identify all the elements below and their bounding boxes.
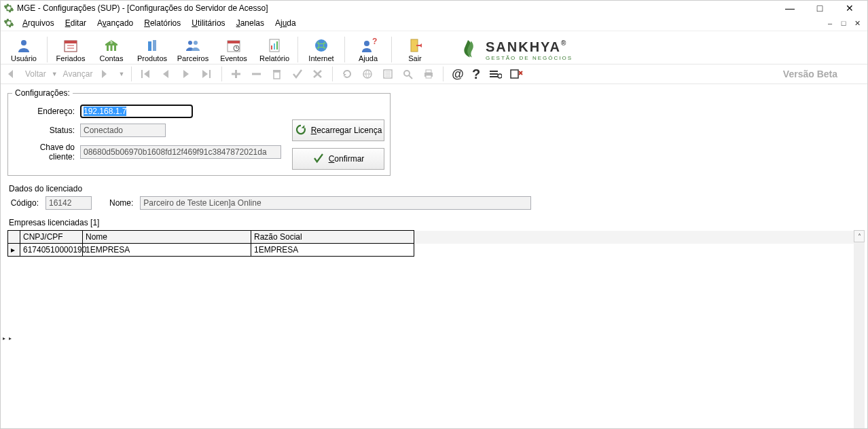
nav-first-icon[interactable] bbox=[137, 69, 155, 79]
nav-toolbar: Voltar ▼ Avançar ▼ @ ? Versão Beta bbox=[1, 64, 867, 84]
main-toolbar: Usuário Feriados $ Contas Produtos Parce… bbox=[1, 31, 867, 64]
nav-voltar-label[interactable]: Voltar bbox=[24, 69, 48, 79]
partners-icon bbox=[183, 37, 202, 54]
nav-form-icon[interactable] bbox=[379, 69, 397, 79]
events-icon bbox=[224, 37, 243, 54]
scroll-up-icon[interactable]: ˄ bbox=[854, 230, 865, 242]
bank-icon: $ bbox=[102, 37, 121, 54]
cell-nome[interactable]: 1EMPRESA bbox=[83, 244, 251, 257]
window-title: MGE - Configurações (SUP) - [Configuraçõ… bbox=[17, 3, 775, 13]
maximize-button[interactable]: □ bbox=[805, 1, 835, 16]
svg-rect-21 bbox=[276, 41, 278, 50]
close-button[interactable]: ✕ bbox=[835, 1, 865, 16]
confirmar-button[interactable]: Confirmar bbox=[292, 148, 384, 170]
menu-utilitarios[interactable]: Utilitários bbox=[186, 16, 230, 31]
nav-next-icon[interactable] bbox=[178, 69, 196, 79]
nav-exit-search-icon[interactable] bbox=[507, 69, 526, 79]
nav-back-arrow-icon[interactable] bbox=[3, 69, 21, 79]
svg-point-11 bbox=[188, 41, 192, 45]
exit-icon bbox=[405, 37, 424, 54]
mdi-close-button[interactable]: ✕ bbox=[851, 18, 863, 29]
tb-ajuda[interactable]: ? Ajuda bbox=[348, 37, 388, 62]
brand-reg: ® bbox=[561, 39, 567, 47]
svg-rect-5 bbox=[107, 45, 109, 51]
mdi-restore-button[interactable]: □ bbox=[837, 18, 850, 29]
endereco-input[interactable] bbox=[80, 105, 193, 118]
tb-parceiros[interactable]: Parceiros bbox=[173, 37, 213, 62]
cell-cnpj[interactable]: 61740510000190 bbox=[20, 244, 83, 257]
tb-produtos[interactable]: Produtos bbox=[132, 37, 173, 62]
tb-contas[interactable]: $ Contas bbox=[91, 37, 132, 62]
menu-ajuda[interactable]: Ajuda bbox=[270, 16, 302, 31]
tb-internet[interactable]: Internet bbox=[301, 37, 342, 62]
nav-prev-icon[interactable] bbox=[158, 69, 175, 79]
svg-rect-43 bbox=[426, 75, 431, 78]
nav-avancar-dropdown-icon[interactable]: ▼ bbox=[117, 71, 126, 77]
col-razao[interactable]: Razão Social bbox=[251, 231, 414, 244]
tb-internet-label: Internet bbox=[308, 54, 333, 62]
svg-rect-2 bbox=[65, 41, 77, 43]
brand-logo-icon bbox=[456, 38, 480, 62]
user-icon bbox=[14, 37, 33, 54]
nav-print-icon[interactable] bbox=[420, 69, 437, 79]
brand-name: SANKHYA bbox=[486, 39, 561, 54]
nav-add-icon[interactable] bbox=[228, 69, 245, 79]
cell-razao[interactable]: 1EMPRESA bbox=[251, 244, 414, 257]
version-beta-label: Versão Beta bbox=[783, 69, 837, 79]
svg-point-47 bbox=[498, 74, 502, 78]
tb-relatorio[interactable]: Relatório bbox=[254, 37, 295, 62]
nav-forward-arrow-icon[interactable] bbox=[96, 69, 114, 79]
nav-at-icon[interactable]: @ bbox=[449, 67, 467, 81]
nav-search-icon[interactable] bbox=[399, 69, 417, 79]
tb-sair[interactable]: Sair bbox=[395, 37, 435, 62]
menu-relatorios[interactable]: Relatórios bbox=[139, 16, 186, 31]
nav-cancel-icon[interactable] bbox=[309, 69, 327, 79]
nav-last-icon[interactable] bbox=[198, 69, 216, 79]
tb-feriados-label: Feriados bbox=[56, 54, 86, 62]
svg-point-0 bbox=[21, 40, 26, 45]
svg-rect-7 bbox=[114, 45, 116, 51]
tb-eventos-label: Eventos bbox=[220, 54, 247, 62]
svg-rect-19 bbox=[271, 45, 272, 50]
tb-usuario[interactable]: Usuário bbox=[3, 37, 44, 62]
col-cnpj[interactable]: CNPJ/CPF bbox=[20, 231, 83, 244]
nav-globe-icon[interactable] bbox=[359, 69, 376, 79]
mdi-minimize-button[interactable]: – bbox=[824, 18, 836, 29]
nav-filter-icon[interactable] bbox=[486, 69, 505, 79]
nav-confirm-icon[interactable] bbox=[289, 69, 306, 79]
endereco-label: Endereço: bbox=[12, 107, 75, 116]
nav-remove-icon[interactable] bbox=[248, 69, 266, 79]
app-window: MGE - Configurações (SUP) - [Configuraçõ… bbox=[0, 0, 868, 429]
tb-eventos[interactable]: Eventos bbox=[213, 37, 254, 62]
empresas-grid[interactable]: CNPJ/CPF Nome Razão Social ▸ 61740510000… bbox=[7, 230, 865, 428]
svg-rect-28 bbox=[209, 70, 211, 78]
globe-icon bbox=[312, 37, 331, 54]
svg-rect-14 bbox=[228, 41, 240, 43]
menu-arquivos[interactable]: Arquivos bbox=[17, 16, 60, 31]
help-user-icon: ? bbox=[359, 37, 378, 54]
minimize-button[interactable]: ― bbox=[775, 1, 805, 16]
check-icon bbox=[312, 152, 325, 166]
nav-help-icon[interactable]: ? bbox=[469, 67, 483, 82]
nav-refresh-icon[interactable] bbox=[338, 69, 356, 79]
chave-input bbox=[80, 145, 281, 159]
menu-avancado[interactable]: Avançado bbox=[92, 16, 139, 31]
tb-relatorio-label: Relatório bbox=[259, 54, 289, 62]
menu-editar[interactable]: Editar bbox=[60, 16, 92, 31]
svg-rect-6 bbox=[111, 45, 113, 51]
grid-selector-header bbox=[8, 231, 20, 244]
nav-avancar-label[interactable]: Avançar bbox=[62, 69, 94, 79]
table-row[interactable]: ▸ 61740510000190 1EMPRESA 1EMPRESA bbox=[8, 244, 865, 257]
tb-usuario-label: Usuário bbox=[11, 54, 37, 62]
menu-janelas[interactable]: Janelas bbox=[231, 16, 270, 31]
nome-label: Nome: bbox=[109, 198, 133, 208]
tb-produtos-label: Produtos bbox=[137, 54, 167, 62]
recarregar-button[interactable]: Recarregar Licença bbox=[292, 119, 384, 141]
col-nome[interactable]: Nome bbox=[83, 231, 251, 244]
grid-scrollbar[interactable]: ˄ bbox=[854, 230, 865, 428]
nav-delete-icon[interactable] bbox=[268, 69, 286, 79]
nav-voltar-dropdown-icon[interactable]: ▼ bbox=[50, 71, 59, 77]
tb-feriados[interactable]: Feriados bbox=[50, 37, 91, 62]
brand: SANKHYA® GESTÃO DE NEGÓCIOS bbox=[456, 38, 573, 62]
svg-rect-27 bbox=[141, 70, 143, 78]
